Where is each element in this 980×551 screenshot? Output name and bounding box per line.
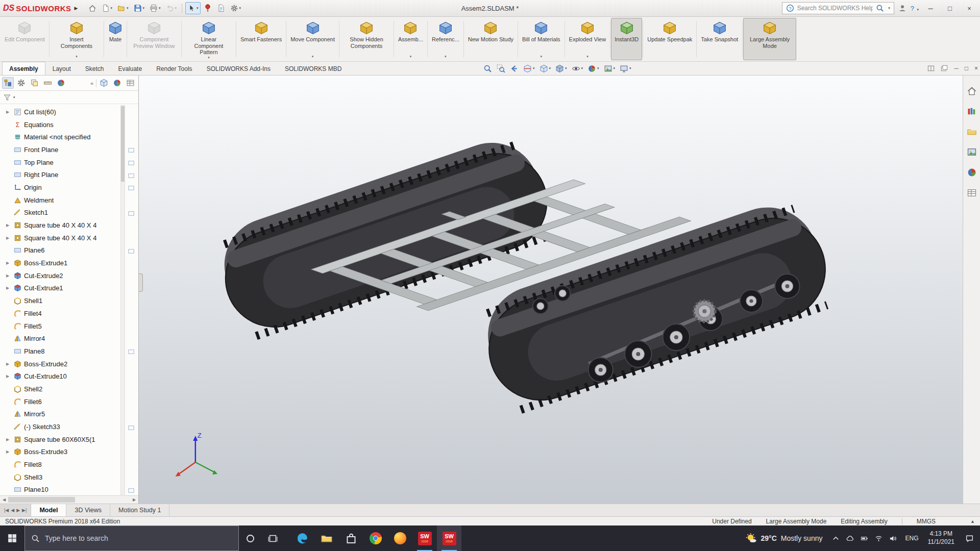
fm-tab-dimxpertmanager[interactable] <box>42 77 54 89</box>
dropdown-arrow-icon[interactable]: ▾ <box>581 66 583 70</box>
ribbon-button-take-snapshot[interactable]: Take Snapshot <box>697 18 742 60</box>
ribbon-button-large-assembly-mode[interactable]: Large Assembly Mode <box>743 18 796 60</box>
collapse-panel-icon[interactable]: « <box>89 80 94 86</box>
fm-display-pane-appearance-button[interactable] <box>111 77 123 89</box>
command-tab-layout[interactable]: Layout <box>45 62 78 75</box>
taskbar-app-file-explorer[interactable] <box>314 525 339 551</box>
dropdown-arrow-icon[interactable]: ▾ <box>127 6 129 10</box>
tray-battery-button[interactable] <box>857 535 871 542</box>
taskbar-app-solidworks-2018-active[interactable]: SW2018 <box>437 525 461 551</box>
qat-home-button[interactable] <box>86 2 99 14</box>
expand-arrow-icon[interactable]: ▶ <box>6 362 14 366</box>
doc-restore-button[interactable]: □ <box>965 65 968 72</box>
previous-view-button[interactable] <box>509 64 520 73</box>
split-view-icon[interactable] <box>927 65 935 72</box>
dropdown-arrow-icon[interactable]: ▾ <box>76 55 78 59</box>
minimize-button[interactable]: ─ <box>923 2 938 14</box>
search-dropdown-arrow-icon[interactable]: ▾ <box>888 6 890 10</box>
qat-open-button[interactable]: ▾ <box>115 2 131 14</box>
scroll-right-arrow-icon[interactable]: ▶ <box>130 497 138 502</box>
graphics-area[interactable]: Z <box>139 76 963 504</box>
ribbon-button-assemb[interactable]: Assemb...▾ <box>395 18 427 60</box>
tree-item-mirror5[interactable]: Mirror5 <box>0 408 138 421</box>
qat-select-button[interactable]: ▾ <box>185 2 201 14</box>
task-pane-appearances-scenes-button[interactable] <box>967 167 977 180</box>
expand-arrow-icon[interactable]: ▶ <box>6 273 14 278</box>
prev-tab-arrow-icon[interactable]: ◀ <box>11 508 14 513</box>
dropdown-arrow-icon[interactable]: ▾ <box>410 55 412 59</box>
dropdown-arrow-icon[interactable]: ▾ <box>111 6 113 10</box>
tree-item-top-plane[interactable]: Top Plane <box>0 156 138 169</box>
ribbon-button-edit-component[interactable]: Edit Component <box>1 18 48 60</box>
drive-sprocket[interactable] <box>694 300 715 322</box>
dropdown-arrow-icon[interactable]: ▾ <box>312 55 314 59</box>
cortana-button[interactable] <box>239 525 261 551</box>
command-tab-solidworks-mbd[interactable]: SOLIDWORKS MBD <box>278 62 349 75</box>
tree-item-cut-extrude1[interactable]: ▶Cut-Extrude1 <box>0 282 138 295</box>
ribbon-button-instant3d[interactable]: Instant3D <box>611 18 642 60</box>
tree-item-fillet8[interactable]: Fillet8 <box>0 458 138 471</box>
qat-options-button[interactable]: ▾ <box>228 2 243 14</box>
task-pane-custom-properties-button[interactable] <box>967 188 977 200</box>
taskbar-app-store[interactable] <box>339 525 363 551</box>
ribbon-button-new-motion-study[interactable]: New Motion Study <box>464 18 517 60</box>
tree-item-boss-extrude2[interactable]: ▶Boss-Extrude2 <box>0 358 138 370</box>
tray-cloud-button[interactable] <box>843 535 857 542</box>
view-settings-button[interactable]: ▾ <box>619 64 632 73</box>
tree-item-boss-extrude3[interactable]: ▶Boss-Extrude3 <box>0 446 138 459</box>
tree-item-mirror4[interactable]: Mirror4 <box>0 332 138 345</box>
help-menu[interactable]: ? ▾ <box>911 5 919 12</box>
ribbon-button-bill-of-materials[interactable]: Bill of Materials▾ <box>519 18 564 60</box>
new-window-icon[interactable] <box>941 65 948 72</box>
doc-close-button[interactable]: × <box>974 65 978 72</box>
search-icon[interactable] <box>876 4 884 12</box>
expand-arrow-icon[interactable]: ▶ <box>6 110 14 114</box>
display-style-button[interactable]: ▾ <box>554 64 568 73</box>
tree-item-material-not-specified[interactable]: Material <not specified <box>0 131 138 143</box>
next-tab-arrow-icon[interactable]: ▶ <box>16 508 20 513</box>
fm-tab-configurationmanager[interactable] <box>29 77 40 89</box>
tree-item-cut-list-60[interactable]: ▶Cut list(60) <box>0 106 138 118</box>
tree-item-fillet5[interactable]: Fillet5 <box>0 320 138 333</box>
taskbar-app-solidworks-2018[interactable]: SW2018 <box>412 525 437 551</box>
qat-undo-button[interactable]: ▾ <box>164 2 179 14</box>
fm-tab-propertymanager[interactable] <box>15 77 27 89</box>
tree-item-shell1[interactable]: Shell1 <box>0 294 138 307</box>
dropdown-arrow-icon[interactable]: ▾ <box>445 55 447 59</box>
dropdown-arrow-icon[interactable]: ▾ <box>533 66 535 70</box>
ribbon-button-move-component[interactable]: Move Component▾ <box>287 18 338 60</box>
tree-horizontal-scrollbar[interactable]: ◀ ▶ <box>0 495 138 504</box>
logo-flyout-arrow-icon[interactable]: ▶ <box>75 6 78 11</box>
tree-item-cut-extrude10[interactable]: ▶Cut-Extrude10 <box>0 370 138 383</box>
task-view-button[interactable] <box>261 525 284 551</box>
tree-item-sketch1[interactable]: Sketch1 <box>0 207 138 219</box>
taskbar-clock[interactable]: 4:13 PM 11/1/2021 <box>924 530 959 546</box>
ribbon-button-show-hidden-components[interactable]: Show Hidden Components <box>340 18 393 60</box>
first-tab-arrow-icon[interactable]: |◀ <box>4 508 9 513</box>
panel-splitter-handle[interactable] <box>139 273 143 292</box>
feature-tree-filter[interactable]: ▾ <box>0 91 138 104</box>
fm-tab-featuremanager[interactable] <box>2 77 14 89</box>
ribbon-button-linear-component-pattern[interactable]: Linear Component Pattern▾ <box>182 18 235 60</box>
tray-speaker-button[interactable] <box>886 535 900 542</box>
dropdown-arrow-icon[interactable]: ▾ <box>549 66 551 70</box>
user-account-icon[interactable] <box>898 4 906 12</box>
task-pane-view-palette-button[interactable] <box>967 147 977 159</box>
action-center-button[interactable] <box>959 534 980 543</box>
dropdown-arrow-icon[interactable]: ▾ <box>197 6 199 10</box>
doc-minimize-button[interactable]: ─ <box>954 65 959 72</box>
command-tab-sketch[interactable]: Sketch <box>78 62 111 75</box>
zoom-to-area-button[interactable] <box>496 64 506 73</box>
zoom-to-fit-button[interactable] <box>482 64 493 73</box>
tray-chevron-up-button[interactable] <box>828 535 843 542</box>
expand-arrow-icon[interactable]: ▶ <box>6 261 14 265</box>
tree-item-plane10[interactable]: Plane10 <box>0 484 138 495</box>
ribbon-button-component-preview-window[interactable]: Component Preview Window <box>128 18 181 60</box>
fm-tab-displaymanager[interactable] <box>55 77 67 89</box>
command-tab-render-tools[interactable]: Render Tools <box>149 62 200 75</box>
dropdown-arrow-icon[interactable]: ▾ <box>565 66 567 70</box>
task-pane-file-explorer-button[interactable] <box>967 127 977 139</box>
view-orientation-button[interactable]: ▾ <box>538 64 552 73</box>
language-indicator[interactable]: ENG <box>900 535 923 542</box>
tree-item-fillet6[interactable]: Fillet6 <box>0 395 138 408</box>
